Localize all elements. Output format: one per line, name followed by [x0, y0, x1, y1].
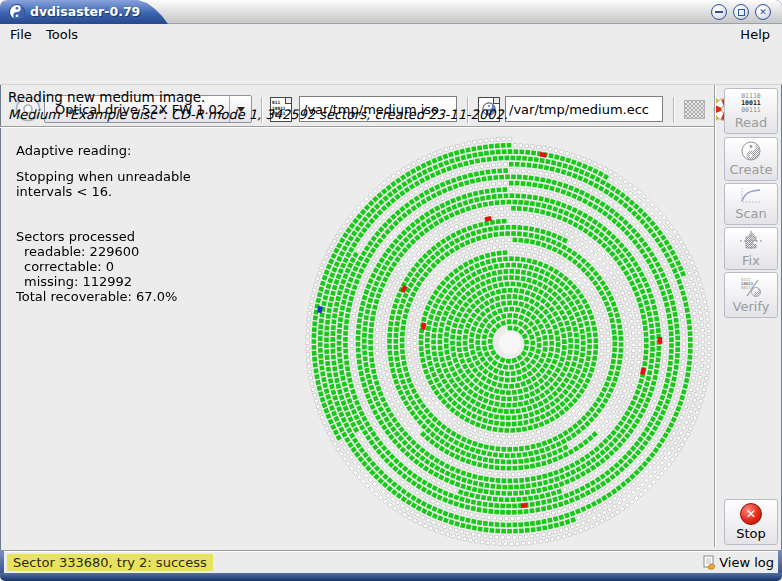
stopping-rule-line1: Stopping when unreadable — [16, 169, 191, 184]
total-recoverable: Total recoverable: 67.0% — [16, 289, 191, 304]
sectors-correctable: correctable: 0 — [16, 259, 191, 274]
icon-digits-row: 00111 — [741, 107, 761, 114]
fix-puzzle-icon — [739, 230, 763, 252]
sectors-title: Sectors processed — [16, 229, 191, 244]
stopping-rule-line2: intervals < 16. — [16, 184, 191, 199]
sectors-missing: missing: 112992 — [16, 274, 191, 289]
stop-label: Stop — [736, 526, 766, 541]
read-label: Read — [735, 115, 768, 130]
close-button[interactable]: ✕ — [755, 4, 771, 20]
sectors-readable: readable: 229600 — [16, 244, 191, 259]
stop-x-glyph: ✕ — [746, 508, 756, 520]
menu-tools[interactable]: Tools — [42, 26, 82, 43]
verify-icon: 01111001100111 — [739, 276, 763, 298]
app-logo-icon — [9, 4, 25, 20]
minimize-icon — [715, 11, 723, 13]
fix-button[interactable]: Fix — [724, 227, 778, 270]
close-icon: ✕ — [759, 8, 767, 17]
status-message: Sector 333680, try 2: success — [7, 554, 213, 571]
titlebar[interactable]: dvdisaster-0.79 ✕ — [0, 0, 782, 24]
scan-button[interactable]: Scan — [724, 183, 778, 225]
sidebar-separator — [714, 85, 716, 547]
verify-button[interactable]: 01111001100111 Verify — [724, 272, 778, 318]
menu-file[interactable]: File — [6, 26, 36, 43]
read-button[interactable]: 01110 10011 00111 Read — [724, 88, 778, 134]
main-content: Adaptive reading: Stopping when unreadab… — [0, 128, 714, 547]
scan-curve-icon — [739, 187, 763, 205]
create-label: Create — [729, 162, 772, 177]
view-log-icon — [702, 555, 717, 570]
statusbar: Sector 333680, try 2: success View log — [0, 552, 782, 573]
action-title: Reading new medium image. — [8, 89, 205, 105]
scan-label: Scan — [735, 206, 767, 221]
verify-label: Verify — [733, 299, 770, 314]
window-frame-bottom — [0, 573, 782, 581]
status-header: Reading new medium image. Medium "Exampl… — [0, 85, 714, 126]
app-window: dvdisaster-0.79 ✕ File Tools Help Optica… — [0, 0, 782, 581]
stop-icon: ✕ — [740, 503, 762, 525]
action-sidebar: 01110 10011 00111 Read Create — [717, 85, 782, 547]
view-log-link[interactable]: View log — [702, 554, 774, 571]
toolbar: Optical drive 52X FW 1.02 011 10011 0011… — [0, 45, 782, 85]
minimize-button[interactable] — [711, 4, 727, 20]
frame-corner — [0, 550, 4, 574]
medium-info: Medium "Example disc": CD-R mode 1, 3425… — [8, 107, 508, 122]
frame-corner — [778, 550, 782, 574]
stop-button[interactable]: ✕ Stop — [724, 499, 778, 545]
fix-label: Fix — [742, 253, 760, 268]
view-log-label: View log — [719, 554, 774, 571]
menu-help[interactable]: Help — [736, 26, 774, 43]
menubar: File Tools Help — [0, 24, 782, 45]
maximize-button[interactable] — [733, 4, 749, 20]
create-button[interactable]: Create — [724, 137, 778, 181]
create-yinyang-icon — [741, 141, 761, 161]
mode-label: Adaptive reading: — [16, 143, 191, 158]
read-icon: 01110 10011 00111 — [741, 93, 761, 114]
window-title: dvdisaster-0.79 — [30, 4, 140, 19]
maximize-icon — [738, 9, 745, 16]
reading-info-panel: Adaptive reading: Stopping when unreadab… — [16, 143, 191, 304]
